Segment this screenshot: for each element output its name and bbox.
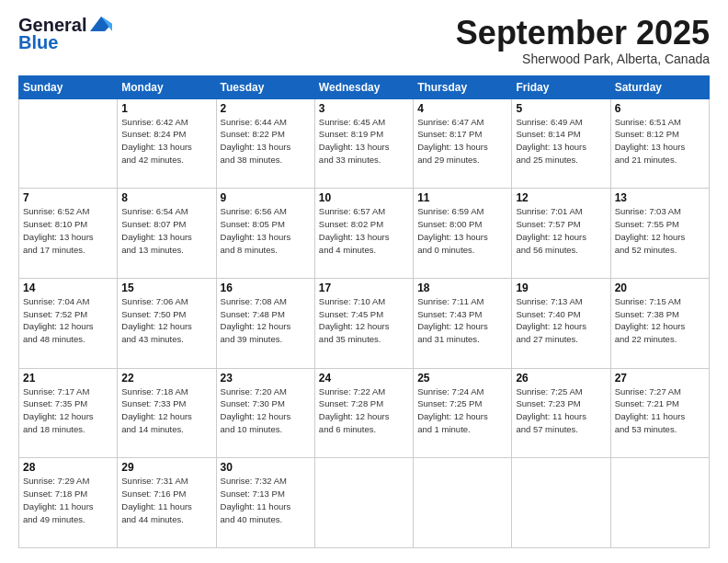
day-cell: 18Sunrise: 7:11 AM Sunset: 7:43 PM Dayli… (414, 278, 512, 368)
day-number: 18 (417, 282, 507, 294)
day-cell: 26Sunrise: 7:25 AM Sunset: 7:23 PM Dayli… (512, 368, 610, 458)
day-cell: 24Sunrise: 7:22 AM Sunset: 7:28 PM Dayli… (314, 368, 413, 458)
day-cell: 25Sunrise: 7:24 AM Sunset: 7:25 PM Dayli… (414, 368, 512, 458)
day-cell: 29Sunrise: 7:31 AM Sunset: 7:16 PM Dayli… (118, 458, 216, 548)
week-row-4: 21Sunrise: 7:17 AM Sunset: 7:35 PM Dayli… (19, 368, 710, 458)
logo-icon (88, 15, 114, 33)
day-info: Sunrise: 6:45 AM Sunset: 8:19 PM Dayligh… (319, 116, 409, 167)
day-number: 1 (121, 102, 211, 115)
day-info: Sunrise: 7:11 AM Sunset: 7:43 PM Dayligh… (417, 295, 507, 346)
col-sunday: Sunday (19, 75, 118, 98)
day-cell: 3Sunrise: 6:45 AM Sunset: 8:19 PM Daylig… (314, 98, 413, 189)
day-cell: 28Sunrise: 7:29 AM Sunset: 7:18 PM Dayli… (19, 458, 118, 548)
day-number: 25 (417, 372, 507, 385)
day-info: Sunrise: 7:20 AM Sunset: 7:30 PM Dayligh… (221, 385, 311, 436)
day-info: Sunrise: 6:52 AM Sunset: 8:10 PM Dayligh… (23, 205, 113, 256)
col-wednesday: Wednesday (314, 75, 413, 98)
day-number: 5 (516, 102, 606, 115)
calendar-page: General Blue September 2025 Sherwood Par… (0, 0, 728, 563)
day-cell: 30Sunrise: 7:32 AM Sunset: 7:13 PM Dayli… (216, 458, 314, 548)
day-info: Sunrise: 7:22 AM Sunset: 7:28 PM Dayligh… (319, 385, 409, 436)
day-info: Sunrise: 7:25 AM Sunset: 7:23 PM Dayligh… (516, 385, 606, 436)
col-monday: Monday (118, 75, 216, 98)
day-number: 11 (417, 191, 507, 204)
day-info: Sunrise: 7:03 AM Sunset: 7:55 PM Dayligh… (615, 205, 705, 256)
day-number: 30 (221, 461, 311, 474)
day-number: 12 (516, 191, 606, 204)
day-cell (19, 98, 118, 189)
day-number: 27 (615, 372, 705, 385)
day-cell (414, 458, 512, 548)
day-cell: 16Sunrise: 7:08 AM Sunset: 7:48 PM Dayli… (216, 278, 314, 368)
week-row-3: 14Sunrise: 7:04 AM Sunset: 7:52 PM Dayli… (19, 278, 710, 368)
day-info: Sunrise: 7:18 AM Sunset: 7:33 PM Dayligh… (121, 385, 211, 436)
calendar-table: Sunday Monday Tuesday Wednesday Thursday… (18, 75, 710, 548)
day-cell: 19Sunrise: 7:13 AM Sunset: 7:40 PM Dayli… (512, 278, 610, 368)
day-number: 14 (23, 282, 113, 294)
day-info: Sunrise: 6:59 AM Sunset: 8:00 PM Dayligh… (417, 205, 507, 256)
day-info: Sunrise: 7:10 AM Sunset: 7:45 PM Dayligh… (319, 295, 409, 346)
logo-blue: Blue (18, 32, 58, 53)
header-row: Sunday Monday Tuesday Wednesday Thursday… (19, 75, 710, 98)
day-info: Sunrise: 7:24 AM Sunset: 7:25 PM Dayligh… (417, 385, 507, 436)
day-info: Sunrise: 7:29 AM Sunset: 7:18 PM Dayligh… (23, 475, 113, 525)
day-number: 7 (23, 191, 113, 204)
day-number: 24 (319, 372, 409, 385)
day-info: Sunrise: 7:01 AM Sunset: 7:57 PM Dayligh… (516, 205, 606, 256)
day-info: Sunrise: 7:04 AM Sunset: 7:52 PM Dayligh… (23, 295, 113, 346)
day-info: Sunrise: 7:31 AM Sunset: 7:16 PM Dayligh… (121, 475, 211, 525)
day-number: 9 (221, 191, 311, 204)
day-cell: 4Sunrise: 6:47 AM Sunset: 8:17 PM Daylig… (414, 98, 512, 189)
col-thursday: Thursday (414, 75, 512, 98)
day-number: 26 (516, 372, 606, 385)
day-info: Sunrise: 6:44 AM Sunset: 8:22 PM Dayligh… (221, 116, 311, 167)
col-saturday: Saturday (610, 75, 709, 98)
week-row-2: 7Sunrise: 6:52 AM Sunset: 8:10 PM Daylig… (19, 189, 710, 279)
day-info: Sunrise: 6:57 AM Sunset: 8:02 PM Dayligh… (319, 205, 409, 256)
title-block: September 2025 Sherwood Park, Alberta, C… (456, 15, 710, 66)
day-cell: 1Sunrise: 6:42 AM Sunset: 8:24 PM Daylig… (118, 98, 216, 189)
day-number: 3 (319, 102, 409, 115)
day-info: Sunrise: 7:32 AM Sunset: 7:13 PM Dayligh… (221, 475, 311, 525)
day-cell: 17Sunrise: 7:10 AM Sunset: 7:45 PM Dayli… (314, 278, 413, 368)
day-info: Sunrise: 7:27 AM Sunset: 7:21 PM Dayligh… (615, 385, 705, 436)
day-number: 29 (121, 461, 211, 474)
day-number: 22 (121, 372, 211, 385)
day-info: Sunrise: 7:13 AM Sunset: 7:40 PM Dayligh… (516, 295, 606, 346)
day-number: 2 (221, 102, 311, 115)
day-cell: 23Sunrise: 7:20 AM Sunset: 7:30 PM Dayli… (216, 368, 314, 458)
day-info: Sunrise: 7:06 AM Sunset: 7:50 PM Dayligh… (121, 295, 211, 346)
day-cell: 13Sunrise: 7:03 AM Sunset: 7:55 PM Dayli… (610, 189, 709, 279)
day-cell (610, 458, 709, 548)
day-info: Sunrise: 7:08 AM Sunset: 7:48 PM Dayligh… (221, 295, 311, 346)
day-cell: 22Sunrise: 7:18 AM Sunset: 7:33 PM Dayli… (118, 368, 216, 458)
week-row-1: 1Sunrise: 6:42 AM Sunset: 8:24 PM Daylig… (19, 98, 710, 189)
day-cell: 21Sunrise: 7:17 AM Sunset: 7:35 PM Dayli… (19, 368, 118, 458)
day-info: Sunrise: 6:54 AM Sunset: 8:07 PM Dayligh… (121, 205, 211, 256)
header: General Blue September 2025 Sherwood Par… (18, 15, 710, 66)
day-cell: 11Sunrise: 6:59 AM Sunset: 8:00 PM Dayli… (414, 189, 512, 279)
col-tuesday: Tuesday (216, 75, 314, 98)
day-info: Sunrise: 7:15 AM Sunset: 7:38 PM Dayligh… (615, 295, 705, 346)
month-title: September 2025 (456, 15, 710, 52)
day-cell: 12Sunrise: 7:01 AM Sunset: 7:57 PM Dayli… (512, 189, 610, 279)
day-cell: 5Sunrise: 6:49 AM Sunset: 8:14 PM Daylig… (512, 98, 610, 189)
day-info: Sunrise: 6:47 AM Sunset: 8:17 PM Dayligh… (417, 116, 507, 167)
day-number: 17 (319, 282, 409, 294)
logo: General Blue (18, 15, 114, 53)
col-friday: Friday (512, 75, 610, 98)
day-cell: 8Sunrise: 6:54 AM Sunset: 8:07 PM Daylig… (118, 189, 216, 279)
day-number: 23 (221, 372, 311, 385)
day-number: 15 (121, 282, 211, 294)
day-cell: 27Sunrise: 7:27 AM Sunset: 7:21 PM Dayli… (610, 368, 709, 458)
day-number: 8 (121, 191, 211, 204)
week-row-5: 28Sunrise: 7:29 AM Sunset: 7:18 PM Dayli… (19, 458, 710, 548)
day-info: Sunrise: 6:49 AM Sunset: 8:14 PM Dayligh… (516, 116, 606, 167)
day-number: 19 (516, 282, 606, 294)
day-info: Sunrise: 6:42 AM Sunset: 8:24 PM Dayligh… (121, 116, 211, 167)
day-number: 13 (615, 191, 705, 204)
day-number: 16 (221, 282, 311, 294)
day-number: 28 (23, 461, 113, 474)
day-cell: 6Sunrise: 6:51 AM Sunset: 8:12 PM Daylig… (610, 98, 709, 189)
location: Sherwood Park, Alberta, Canada (456, 52, 710, 66)
